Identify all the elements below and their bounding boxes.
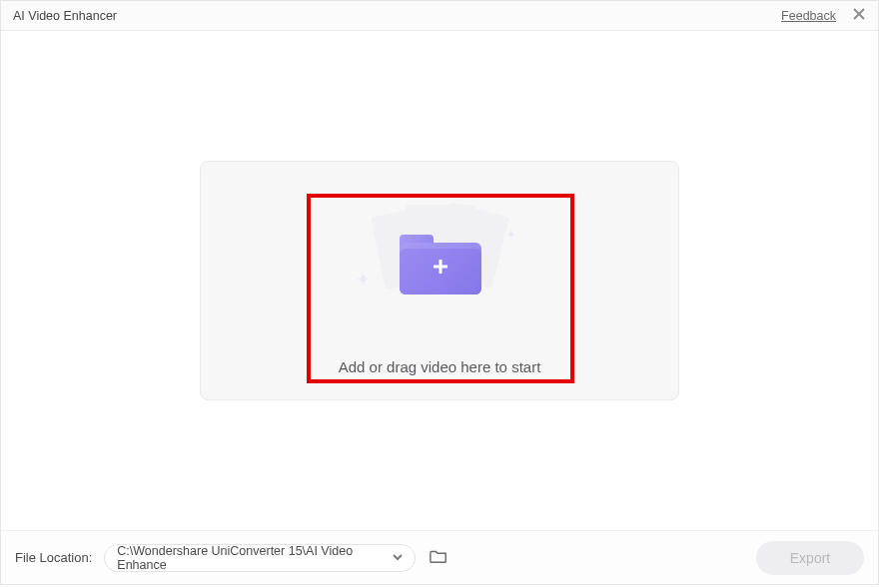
dropzone[interactable]: ✦ ✦ Add or drag video here to start (200, 161, 679, 400)
titlebar: AI Video Enhancer Feedback (1, 1, 878, 31)
file-location-select[interactable]: C:\Wondershare UniConverter 15\AI Video … (104, 544, 416, 572)
close-icon (852, 7, 866, 25)
close-button[interactable] (850, 7, 868, 25)
export-button[interactable]: Export (756, 541, 864, 575)
dropzone-content: ✦ ✦ Add or drag video here to start (339, 187, 541, 375)
app-window: AI Video Enhancer Feedback ✦ ✦ (0, 0, 879, 585)
folder-outline-icon (430, 548, 447, 568)
feedback-link[interactable]: Feedback (781, 9, 836, 23)
file-location-label: File Location: (15, 550, 92, 565)
window-title: AI Video Enhancer (13, 9, 117, 23)
dropzone-instruction: Add or drag video here to start (339, 358, 541, 375)
plus-icon (431, 257, 450, 281)
footer: File Location: C:\Wondershare UniConvert… (1, 530, 878, 584)
folder-illustration: ✦ ✦ (360, 205, 519, 314)
file-location-value: C:\Wondershare UniConverter 15\AI Video … (117, 544, 403, 572)
sparkle-icon: ✦ (356, 269, 371, 291)
chevron-down-icon (393, 551, 403, 565)
browse-folder-button[interactable] (428, 547, 449, 569)
folder-icon (400, 235, 481, 294)
sparkle-icon: ✦ (505, 227, 517, 243)
main-area: ✦ ✦ Add or drag video here to start (1, 31, 878, 530)
